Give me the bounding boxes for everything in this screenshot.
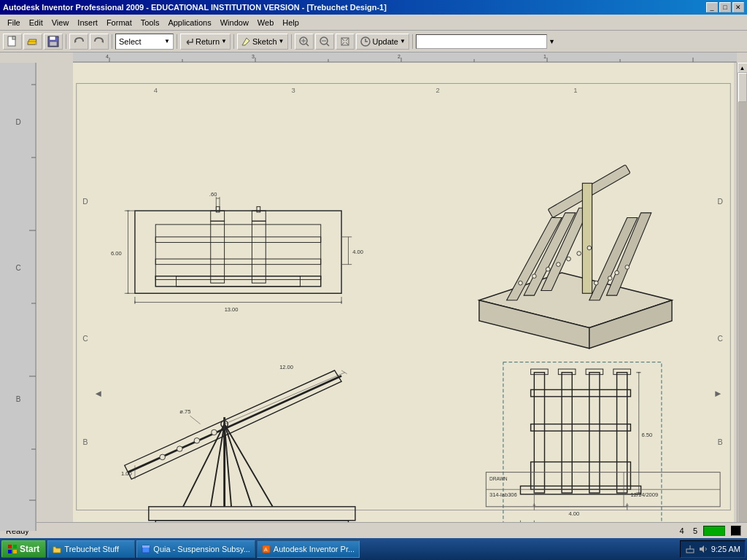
select-arrow: ▼: [164, 38, 170, 44]
svg-text:3: 3: [252, 54, 255, 59]
svg-text:1: 1: [543, 54, 546, 59]
cad-drawing[interactable]: 4 3 2 1 D C B D C B ◄ ►: [73, 63, 734, 531]
svg-text:1: 1: [573, 86, 577, 94]
svg-point-128: [177, 446, 183, 452]
scroll-track[interactable]: [738, 73, 747, 531]
sketch-arrow: ▼: [279, 38, 285, 44]
svg-rect-5: [50, 42, 57, 46]
toolbar-separator-3: [177, 34, 177, 49]
speaker-icon: [698, 544, 708, 554]
toolbar-separator-5: [291, 34, 292, 49]
svg-text:D: D: [82, 198, 88, 206]
new-button[interactable]: [3, 34, 22, 50]
svg-text:B: B: [16, 395, 21, 403]
browser-icon: [142, 545, 150, 553]
svg-line-9: [306, 44, 309, 46]
zoom-fit-button[interactable]: [336, 34, 355, 50]
return-button[interactable]: Return ▼: [180, 34, 231, 50]
menu-applications[interactable]: Applications: [163, 17, 215, 28]
title-bar: Autodesk Inventor Professional 2009 - ED…: [0, 0, 747, 15]
svg-point-102: [532, 274, 536, 279]
undo-button[interactable]: [69, 34, 88, 50]
menu-file[interactable]: File: [3, 17, 25, 28]
open-icon: [27, 36, 39, 47]
save-button[interactable]: [44, 34, 63, 50]
vertical-scrollbar[interactable]: ▲ ▼: [737, 63, 747, 541]
svg-point-109: [587, 246, 592, 250]
menu-view[interactable]: View: [47, 17, 74, 28]
zoom-button[interactable]: [295, 34, 314, 50]
taskbar: Start Trebuchet Stuff Quia - Suspension …: [0, 538, 747, 560]
menu-web[interactable]: Web: [253, 17, 278, 28]
folder-icon: [53, 545, 61, 553]
svg-point-129: [194, 438, 200, 443]
svg-rect-180: [142, 545, 150, 548]
svg-point-110: [615, 271, 619, 275]
open-button[interactable]: [23, 34, 42, 50]
scroll-up-button[interactable]: ▲: [738, 63, 748, 73]
zoom-out-button[interactable]: [315, 34, 334, 50]
app-icon: A: [262, 545, 271, 553]
menu-window[interactable]: Window: [216, 17, 253, 28]
redo-button[interactable]: [90, 34, 109, 50]
svg-text:2: 2: [436, 86, 440, 94]
svg-text:13.00: 13.00: [225, 306, 239, 313]
svg-text:►: ►: [713, 388, 723, 399]
menu-bar: File Edit View Insert Format Tools Appli…: [0, 15, 747, 31]
svg-text:B: B: [83, 438, 88, 446]
svg-text:1.00: 1.00: [121, 470, 132, 477]
menu-edit[interactable]: Edit: [25, 17, 47, 28]
drawing-area: 4 3 2 1 D C B D C B ◄ ►: [73, 63, 734, 531]
status-bar: Ready 4 5: [0, 522, 747, 538]
zoom-fit-icon: [339, 36, 351, 47]
svg-point-107: [567, 257, 571, 261]
menu-format[interactable]: Format: [102, 17, 136, 28]
status-green: [703, 526, 725, 536]
status-right: 4 5: [680, 526, 741, 536]
toolbar-separator-1: [66, 34, 66, 49]
update-icon: [360, 36, 371, 47]
select-dropdown[interactable]: Select ▼: [115, 34, 174, 50]
scroll-thumb[interactable]: [738, 73, 747, 102]
system-tray: 9:25 AM: [680, 540, 746, 558]
minimize-button[interactable]: _: [706, 2, 718, 12]
page-indicator: 4 5: [680, 526, 697, 535]
maximize-button[interactable]: □: [719, 2, 731, 12]
search-arrow[interactable]: ▼: [549, 38, 555, 45]
status-black: [731, 526, 741, 536]
vertical-ruler: D C B D C B: [0, 63, 36, 531]
update-button[interactable]: Update ▼: [356, 34, 409, 50]
svg-line-13: [327, 44, 329, 46]
svg-rect-176: [13, 545, 17, 548]
taskbar-item-inventor[interactable]: A Autodesk Inventor Pr...: [257, 540, 360, 558]
window-controls[interactable]: _ □ ✕: [706, 2, 744, 12]
svg-rect-1: [12, 36, 15, 39]
svg-point-127: [160, 454, 166, 460]
taskbar-item-trebuchet[interactable]: Trebuchet Stuff: [47, 540, 135, 558]
toolbar-separator-2: [112, 34, 112, 49]
sketch-icon: [241, 36, 251, 47]
zoom-icon: [298, 36, 310, 47]
taskbar-item-quia[interactable]: Quia - Suspension Subsy...: [136, 540, 255, 558]
save-icon: [47, 36, 59, 47]
svg-rect-2: [28, 42, 36, 44]
return-icon: [184, 36, 194, 47]
svg-text:C: C: [717, 335, 723, 343]
menu-tools[interactable]: Tools: [136, 17, 164, 28]
svg-text:B: B: [718, 438, 723, 446]
svg-point-108: [577, 252, 581, 256]
svg-text:4.00: 4.00: [352, 249, 363, 255]
svg-text:6.00: 6.00: [111, 250, 122, 257]
menu-help[interactable]: Help: [278, 17, 303, 28]
start-button[interactable]: Start: [1, 540, 46, 558]
search-input[interactable]: [416, 34, 547, 49]
sketch-button[interactable]: Sketch ▼: [237, 34, 288, 50]
menu-insert[interactable]: Insert: [73, 17, 102, 28]
close-button[interactable]: ✕: [732, 2, 744, 12]
svg-point-111: [625, 265, 630, 270]
toolbar: Select ▼ Return ▼ Sketch ▼ Update ▼ ▼: [0, 31, 747, 52]
ruler-v-svg: D C B D C B: [0, 63, 36, 531]
svg-point-104: [594, 281, 598, 285]
svg-text:6.50: 6.50: [642, 432, 653, 438]
svg-rect-183: [686, 549, 694, 553]
